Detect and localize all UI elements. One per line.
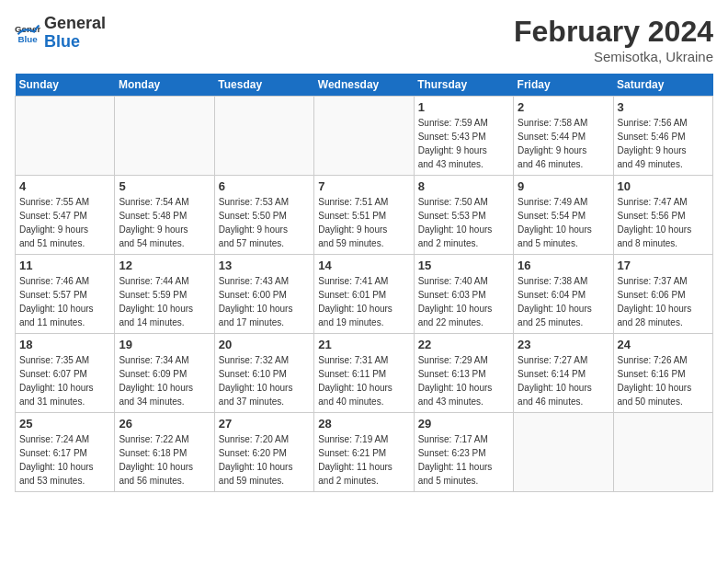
day-number: 22: [418, 338, 509, 351]
calendar-cell: 16Sunrise: 7:38 AM Sunset: 6:04 PM Dayli…: [514, 255, 613, 334]
calendar-cell: 3Sunrise: 7:56 AM Sunset: 5:46 PM Daylig…: [613, 97, 712, 176]
calendar-cell: 2Sunrise: 7:58 AM Sunset: 5:44 PM Daylig…: [514, 97, 613, 176]
calendar-cell: 9Sunrise: 7:49 AM Sunset: 5:54 PM Daylig…: [514, 176, 613, 255]
day-info: Sunrise: 7:46 AM Sunset: 5:57 PM Dayligh…: [19, 274, 110, 329]
day-number: 4: [19, 179, 110, 193]
calendar-cell: 22Sunrise: 7:29 AM Sunset: 6:13 PM Dayli…: [414, 334, 513, 413]
calendar-cell: 24Sunrise: 7:26 AM Sunset: 6:16 PM Dayli…: [613, 334, 712, 413]
day-number: 29: [418, 417, 509, 431]
logo: General Blue General Blue: [15, 15, 106, 52]
calendar-cell: 25Sunrise: 7:24 AM Sunset: 6:17 PM Dayli…: [16, 413, 115, 492]
weekday-header-thursday: Thursday: [414, 74, 513, 97]
calendar-cell: 1Sunrise: 7:59 AM Sunset: 5:43 PM Daylig…: [414, 97, 513, 176]
calendar-cell: 23Sunrise: 7:27 AM Sunset: 6:14 PM Dayli…: [514, 334, 613, 413]
calendar-cell: 5Sunrise: 7:54 AM Sunset: 5:48 PM Daylig…: [115, 176, 214, 255]
logo-icon: General Blue: [15, 20, 40, 46]
calendar-table: SundayMondayTuesdayWednesdayThursdayFrid…: [15, 74, 713, 492]
day-info: Sunrise: 7:51 AM Sunset: 5:51 PM Dayligh…: [318, 195, 409, 250]
day-number: 21: [318, 338, 409, 351]
day-number: 27: [219, 417, 310, 431]
day-number: 5: [119, 179, 210, 193]
weekday-header-friday: Friday: [514, 74, 613, 97]
calendar-cell: [514, 413, 613, 492]
weekday-header-sunday: Sunday: [16, 74, 115, 97]
day-number: 24: [618, 338, 709, 351]
day-number: 13: [219, 259, 310, 272]
title-area: February 2024 Semisotka, Ukraine: [514, 15, 713, 64]
day-number: 14: [318, 259, 409, 272]
day-number: 25: [19, 417, 110, 431]
calendar-cell: 12Sunrise: 7:44 AM Sunset: 5:59 PM Dayli…: [115, 255, 214, 334]
calendar-cell: 19Sunrise: 7:34 AM Sunset: 6:09 PM Dayli…: [115, 334, 214, 413]
calendar-cell: 20Sunrise: 7:32 AM Sunset: 6:10 PM Dayli…: [214, 334, 313, 413]
calendar-cell: 17Sunrise: 7:37 AM Sunset: 6:06 PM Dayli…: [613, 255, 712, 334]
day-number: 10: [618, 179, 709, 193]
calendar-cell: 18Sunrise: 7:35 AM Sunset: 6:07 PM Dayli…: [16, 334, 115, 413]
day-number: 17: [618, 259, 709, 272]
calendar-cell: 7Sunrise: 7:51 AM Sunset: 5:51 PM Daylig…: [314, 176, 414, 255]
day-info: Sunrise: 7:37 AM Sunset: 6:06 PM Dayligh…: [618, 274, 709, 329]
day-number: 2: [518, 100, 609, 114]
day-number: 18: [19, 338, 110, 351]
calendar-cell: 29Sunrise: 7:17 AM Sunset: 6:23 PM Dayli…: [414, 413, 513, 492]
day-info: Sunrise: 7:17 AM Sunset: 6:23 PM Dayligh…: [418, 432, 509, 488]
day-number: 1: [418, 100, 509, 114]
calendar-cell: [613, 413, 712, 492]
calendar-cell: [214, 97, 313, 176]
calendar-cell: 14Sunrise: 7:41 AM Sunset: 6:01 PM Dayli…: [314, 255, 414, 334]
calendar-cell: 27Sunrise: 7:20 AM Sunset: 6:20 PM Dayli…: [214, 413, 313, 492]
day-number: 23: [518, 338, 609, 351]
day-number: 8: [418, 179, 509, 193]
week-row-1: 1Sunrise: 7:59 AM Sunset: 5:43 PM Daylig…: [16, 97, 713, 176]
day-info: Sunrise: 7:31 AM Sunset: 6:11 PM Dayligh…: [318, 353, 409, 408]
calendar-cell: 26Sunrise: 7:22 AM Sunset: 6:18 PM Dayli…: [115, 413, 214, 492]
calendar-cell: 21Sunrise: 7:31 AM Sunset: 6:11 PM Dayli…: [314, 334, 414, 413]
svg-text:Blue: Blue: [18, 34, 39, 44]
logo-blue: Blue: [44, 33, 106, 52]
day-info: Sunrise: 7:53 AM Sunset: 5:50 PM Dayligh…: [219, 195, 310, 250]
week-row-3: 11Sunrise: 7:46 AM Sunset: 5:57 PM Dayli…: [16, 255, 713, 334]
day-number: 7: [318, 179, 409, 193]
calendar-cell: [16, 97, 115, 176]
day-info: Sunrise: 7:43 AM Sunset: 6:00 PM Dayligh…: [219, 274, 310, 329]
day-info: Sunrise: 7:44 AM Sunset: 5:59 PM Dayligh…: [119, 274, 210, 329]
location: Semisotka, Ukraine: [514, 49, 713, 64]
calendar-cell: 10Sunrise: 7:47 AM Sunset: 5:56 PM Dayli…: [613, 176, 712, 255]
day-number: 20: [219, 338, 310, 351]
week-row-5: 25Sunrise: 7:24 AM Sunset: 6:17 PM Dayli…: [16, 413, 713, 492]
day-number: 9: [518, 179, 609, 193]
day-info: Sunrise: 7:55 AM Sunset: 5:47 PM Dayligh…: [19, 195, 110, 250]
calendar-cell: 15Sunrise: 7:40 AM Sunset: 6:03 PM Dayli…: [414, 255, 513, 334]
day-number: 16: [518, 259, 609, 272]
day-number: 11: [19, 259, 110, 272]
day-info: Sunrise: 7:27 AM Sunset: 6:14 PM Dayligh…: [518, 353, 609, 408]
day-info: Sunrise: 7:22 AM Sunset: 6:18 PM Dayligh…: [119, 432, 210, 488]
day-info: Sunrise: 7:50 AM Sunset: 5:53 PM Dayligh…: [418, 195, 509, 250]
day-info: Sunrise: 7:40 AM Sunset: 6:03 PM Dayligh…: [418, 274, 509, 329]
day-info: Sunrise: 7:29 AM Sunset: 6:13 PM Dayligh…: [418, 353, 509, 408]
day-number: 3: [618, 100, 709, 114]
day-info: Sunrise: 7:19 AM Sunset: 6:21 PM Dayligh…: [318, 432, 409, 488]
page-header: General Blue General Blue February 2024 …: [15, 15, 713, 64]
day-info: Sunrise: 7:59 AM Sunset: 5:43 PM Dayligh…: [418, 116, 509, 171]
month-title: February 2024: [514, 15, 713, 49]
calendar-cell: 8Sunrise: 7:50 AM Sunset: 5:53 PM Daylig…: [414, 176, 513, 255]
day-info: Sunrise: 7:20 AM Sunset: 6:20 PM Dayligh…: [219, 432, 310, 488]
day-number: 19: [119, 338, 210, 351]
day-number: 12: [119, 259, 210, 272]
calendar-cell: 28Sunrise: 7:19 AM Sunset: 6:21 PM Dayli…: [314, 413, 414, 492]
day-number: 26: [119, 417, 210, 431]
weekday-header-monday: Monday: [115, 74, 214, 97]
logo-general: General: [44, 15, 106, 33]
day-info: Sunrise: 7:49 AM Sunset: 5:54 PM Dayligh…: [518, 195, 609, 250]
day-number: 6: [219, 179, 310, 193]
week-row-2: 4Sunrise: 7:55 AM Sunset: 5:47 PM Daylig…: [16, 176, 713, 255]
day-info: Sunrise: 7:41 AM Sunset: 6:01 PM Dayligh…: [318, 274, 409, 329]
calendar-cell: 13Sunrise: 7:43 AM Sunset: 6:00 PM Dayli…: [214, 255, 313, 334]
weekday-header-wednesday: Wednesday: [314, 74, 414, 97]
week-row-4: 18Sunrise: 7:35 AM Sunset: 6:07 PM Dayli…: [16, 334, 713, 413]
day-info: Sunrise: 7:56 AM Sunset: 5:46 PM Dayligh…: [618, 116, 709, 171]
day-info: Sunrise: 7:32 AM Sunset: 6:10 PM Dayligh…: [219, 353, 310, 408]
day-info: Sunrise: 7:24 AM Sunset: 6:17 PM Dayligh…: [19, 432, 110, 488]
calendar-cell: [314, 97, 414, 176]
